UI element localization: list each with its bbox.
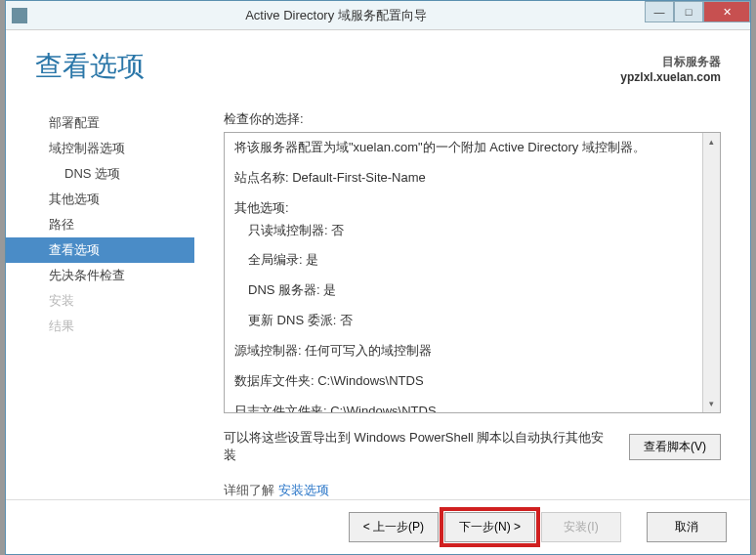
- target-server: 目标服务器 ypzlxl.xuelan.com: [620, 48, 721, 84]
- target-server-value: ypzlxl.xuelan.com: [620, 70, 721, 84]
- body-row: 部署配置 域控制器选项 DNS 选项 其他选项 路径 查看选项 先决条件检查 安…: [6, 93, 750, 499]
- sidebar-item-install: 安装: [6, 288, 194, 314]
- window-controls: — □ ✕: [645, 1, 750, 29]
- target-server-label: 目标服务器: [620, 54, 721, 70]
- scrollbar[interactable]: ▴ ▾: [702, 133, 720, 412]
- review-line: 站点名称: Default-First-Site-Name: [234, 169, 693, 188]
- footer: < 上一步(P) 下一步(N) > 安装(I) 取消: [6, 499, 750, 554]
- header-row: 查看选项 目标服务器 ypzlxl.xuelan.com: [6, 30, 750, 93]
- export-text: 可以将这些设置导出到 Windows PowerShell 脚本以自动执行其他安…: [224, 429, 609, 464]
- previous-button[interactable]: < 上一步(P): [349, 512, 439, 542]
- learn-more-link[interactable]: 安装选项: [278, 483, 329, 497]
- review-line: 将该服务器配置为域"xuelan.com"的一个附加 Active Direct…: [234, 139, 693, 157]
- review-line: 日志文件文件夹: C:\Windows\NTDS: [234, 403, 693, 412]
- review-line: 更新 DNS 委派: 否: [234, 312, 693, 330]
- minimize-button[interactable]: —: [645, 1, 674, 22]
- window-title: Active Directory 域服务配置向导: [27, 7, 645, 24]
- cancel-button[interactable]: 取消: [647, 512, 727, 542]
- sidebar-item-results: 结果: [6, 314, 194, 339]
- sidebar-item-additional-options[interactable]: 其他选项: [6, 187, 194, 212]
- review-label: 检查你的选择:: [224, 110, 721, 128]
- learn-more-prefix: 详细了解: [224, 483, 274, 497]
- view-script-button[interactable]: 查看脚本(V): [629, 434, 721, 460]
- close-button[interactable]: ✕: [703, 1, 750, 22]
- titlebar: Active Directory 域服务配置向导 — □ ✕: [6, 1, 750, 30]
- sidebar-item-prereq-check[interactable]: 先决条件检查: [6, 263, 194, 288]
- review-line: 数据库文件夹: C:\Windows\NTDS: [234, 372, 693, 391]
- maximize-button[interactable]: □: [674, 1, 703, 22]
- install-button: 安装(I): [541, 512, 621, 542]
- sidebar: 部署配置 域控制器选项 DNS 选项 其他选项 路径 查看选项 先决条件检查 安…: [6, 93, 194, 499]
- main-panel: 检查你的选择: 将该服务器配置为域"xuelan.com"的一个附加 Activ…: [194, 93, 750, 499]
- review-line: 其他选项:: [234, 199, 693, 218]
- page-title: 查看选项: [35, 48, 620, 85]
- scroll-up-icon[interactable]: ▴: [703, 133, 720, 150]
- sidebar-item-deployment-config[interactable]: 部署配置: [6, 110, 194, 136]
- sidebar-item-review-options[interactable]: 查看选项: [6, 237, 194, 263]
- review-text: 将该服务器配置为域"xuelan.com"的一个附加 Active Direct…: [225, 133, 702, 412]
- review-line: 全局编录: 是: [234, 251, 693, 270]
- review-line: DNS 服务器: 是: [234, 281, 693, 300]
- next-button[interactable]: 下一步(N) >: [444, 512, 535, 542]
- wizard-window: Active Directory 域服务配置向导 — □ ✕ 查看选项 目标服务…: [5, 0, 751, 555]
- sidebar-item-dc-options[interactable]: 域控制器选项: [6, 136, 194, 161]
- review-line: 只读域控制器: 否: [234, 222, 693, 240]
- app-icon: [12, 8, 27, 23]
- learn-more: 详细了解 安装选项: [224, 482, 721, 499]
- scroll-down-icon[interactable]: ▾: [703, 395, 720, 412]
- sidebar-item-paths[interactable]: 路径: [6, 212, 194, 237]
- content-area: 查看选项 目标服务器 ypzlxl.xuelan.com 部署配置 域控制器选项…: [6, 30, 750, 554]
- review-box: 将该服务器配置为域"xuelan.com"的一个附加 Active Direct…: [224, 132, 721, 413]
- sidebar-item-dns-options[interactable]: DNS 选项: [6, 161, 194, 187]
- review-line: 源域控制器: 任何可写入的域控制器: [234, 342, 693, 361]
- export-row: 可以将这些设置导出到 Windows PowerShell 脚本以自动执行其他安…: [224, 429, 721, 464]
